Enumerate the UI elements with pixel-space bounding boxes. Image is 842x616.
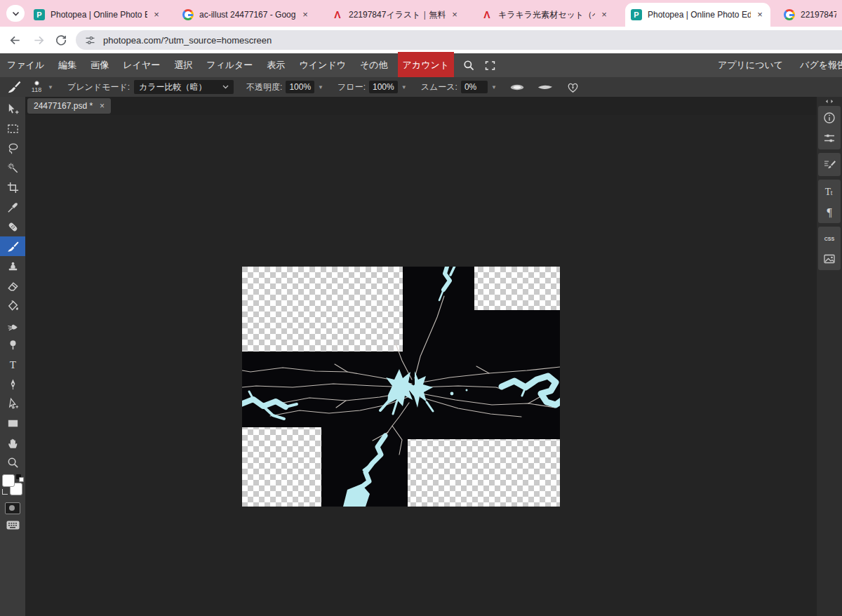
tool-options-bar: 118 ▼ ブレンドモード: カラー比較（暗） 不透明度: 100% ▼ フロー… bbox=[0, 77, 842, 97]
tab-close-icon[interactable]: × bbox=[450, 10, 460, 20]
menu-item-8[interactable]: ウインドウ bbox=[292, 53, 353, 77]
move-tool-icon[interactable] bbox=[0, 99, 25, 119]
eyedropper-tool-icon[interactable] bbox=[0, 197, 25, 217]
image-panel-icon[interactable] bbox=[818, 248, 841, 269]
brush-tool-icon[interactable] bbox=[0, 236, 25, 256]
brush-tool-icon bbox=[6, 79, 22, 95]
menu-item-7[interactable]: 表示 bbox=[260, 53, 292, 77]
tab-close-icon[interactable]: × bbox=[152, 10, 161, 20]
rect-shape-tool-icon[interactable] bbox=[0, 413, 25, 433]
opacity-label: 不透明度: bbox=[246, 81, 282, 93]
tab-title: 22197847イラスト｜無料イラスト･ bbox=[349, 9, 446, 21]
stamp-tool-icon[interactable] bbox=[0, 256, 25, 276]
healing-tool-icon[interactable] bbox=[0, 217, 25, 236]
dodge-tool-icon[interactable] bbox=[0, 335, 25, 354]
browser-tab-1[interactable]: PPhotopea | Online Photo Editor× bbox=[28, 3, 167, 27]
brush-preview-dropdown-arrow[interactable]: ▼ bbox=[46, 84, 55, 91]
airbrush-toggle-icon[interactable] bbox=[508, 81, 526, 93]
menu-right-item-2[interactable]: バグを報告 bbox=[791, 53, 842, 77]
browser-address-bar: photopea.com/?utm_source=homescreen bbox=[0, 27, 842, 53]
document-tab-title: 24477167.psd * bbox=[34, 101, 93, 111]
type-tool-icon[interactable]: T bbox=[0, 354, 25, 374]
tab-separator bbox=[467, 8, 468, 19]
opacity-dropdown-arrow[interactable]: ▼ bbox=[316, 84, 325, 91]
character-panel-icon[interactable]: Tt bbox=[818, 181, 841, 201]
smooth-dropdown-arrow[interactable]: ▼ bbox=[490, 84, 498, 91]
adjustments-panel-icon[interactable] bbox=[818, 128, 841, 148]
keyboard-shortcuts-icon[interactable] bbox=[6, 520, 20, 533]
menu-right-items: アプリについてバグを報告 bbox=[709, 53, 842, 77]
support-heart-icon[interactable] bbox=[564, 81, 582, 93]
forward-button[interactable] bbox=[31, 32, 46, 48]
tab-close-icon[interactable]: × bbox=[755, 10, 765, 20]
wand-tool-icon[interactable] bbox=[0, 158, 25, 178]
acillust-favicon: Λ bbox=[481, 9, 493, 20]
pen-tool-icon[interactable] bbox=[0, 374, 25, 394]
tab-close-icon[interactable]: × bbox=[599, 10, 609, 20]
browser-tab-5[interactable]: PPhotopea | Online Photo Editor× bbox=[625, 3, 770, 27]
path-select-tool-icon[interactable] bbox=[0, 394, 25, 413]
brush-preview[interactable]: 118 bbox=[29, 78, 44, 96]
browser-tab-6[interactable]: 22197847 - G bbox=[778, 3, 842, 27]
browser-tab-4[interactable]: Λキラキラ光素材セット（ベクター）イ× bbox=[476, 3, 615, 27]
pressure-taper-toggle-icon[interactable] bbox=[536, 81, 554, 93]
url-input[interactable]: photopea.com/?utm_source=homescreen bbox=[76, 30, 842, 50]
flow-dropdown-arrow[interactable]: ▼ bbox=[400, 84, 408, 91]
svg-text:CSS: CSS bbox=[824, 236, 835, 241]
default-colors-icon-2 bbox=[19, 477, 24, 482]
eraser-tool-icon[interactable] bbox=[0, 276, 25, 295]
lasso-tool-icon[interactable] bbox=[0, 138, 25, 158]
bucket-tool-icon[interactable] bbox=[0, 295, 25, 315]
color-swatches[interactable] bbox=[2, 474, 23, 497]
zoom-tool-icon[interactable] bbox=[0, 453, 25, 472]
svg-text:¶: ¶ bbox=[827, 206, 832, 217]
back-button[interactable] bbox=[7, 32, 22, 48]
menu-right-item-1[interactable]: アプリについて bbox=[709, 53, 791, 77]
menu-item-2[interactable]: 編集 bbox=[51, 53, 83, 77]
marquee-tool-icon[interactable] bbox=[0, 119, 25, 138]
opacity-input[interactable]: 100% bbox=[286, 81, 314, 93]
quick-mask-button[interactable] bbox=[5, 502, 20, 514]
crop-tool-icon[interactable] bbox=[0, 178, 25, 197]
smooth-input[interactable]: 0% bbox=[461, 81, 488, 93]
menu-item-4[interactable]: レイヤー bbox=[116, 53, 167, 77]
search-icon[interactable] bbox=[461, 58, 476, 73]
document-tabstrip: 24477167.psd * × bbox=[25, 97, 817, 115]
paragraph-panel-icon[interactable]: ¶ bbox=[818, 201, 841, 222]
site-settings-icon[interactable] bbox=[84, 34, 96, 46]
google-favicon bbox=[784, 9, 795, 20]
smudge-tool-icon[interactable] bbox=[0, 315, 25, 335]
panel-collapse-icon[interactable] bbox=[817, 97, 842, 106]
flow-input[interactable]: 100% bbox=[369, 81, 398, 93]
blend-mode-label: ブレンドモード: bbox=[67, 81, 130, 93]
hand-tool-icon[interactable] bbox=[0, 433, 25, 453]
tab-title: ac-illust 24477167 - Google 検 bbox=[199, 9, 296, 21]
panel-group bbox=[818, 153, 841, 176]
flow-label: フロー: bbox=[338, 81, 366, 93]
menu-account[interactable]: アカウント bbox=[398, 52, 455, 79]
browser-tab-2[interactable]: ac-illust 24477167 - Google 検× bbox=[177, 3, 316, 27]
foreground-color-swatch[interactable] bbox=[2, 474, 15, 487]
info-panel-icon[interactable] bbox=[818, 107, 841, 128]
document-tab[interactable]: 24477167.psd * × bbox=[27, 98, 111, 114]
css-panel-icon[interactable]: CSS bbox=[818, 228, 841, 248]
brush-settings-panel-icon[interactable] bbox=[818, 154, 841, 175]
browser-tab-3[interactable]: Λ22197847イラスト｜無料イラスト･× bbox=[326, 3, 465, 27]
tab-title: Photopea | Online Photo Editor bbox=[648, 10, 751, 20]
menu-item-3[interactable]: 画像 bbox=[83, 53, 116, 77]
fullscreen-icon[interactable] bbox=[482, 58, 497, 73]
tab-separator bbox=[318, 8, 319, 19]
tab-close-icon[interactable]: × bbox=[300, 10, 310, 20]
blend-mode-select[interactable]: カラー比較（暗） bbox=[134, 80, 234, 94]
url-text: photopea.com/?utm_source=homescreen bbox=[103, 35, 272, 46]
menu-item-9[interactable]: その他 bbox=[353, 53, 395, 77]
swap-colors-icon[interactable] bbox=[2, 489, 8, 495]
menu-item-6[interactable]: フィルター bbox=[199, 53, 260, 77]
document-close-icon[interactable]: × bbox=[100, 101, 105, 111]
reload-button[interactable] bbox=[53, 32, 69, 48]
tab-search-chevron-icon[interactable] bbox=[6, 5, 25, 22]
menu-item-5[interactable]: 選択 bbox=[167, 53, 199, 77]
canvas-document[interactable] bbox=[242, 267, 560, 507]
blend-mode-value: カラー比較（暗） bbox=[139, 81, 207, 93]
menu-item-1[interactable]: ファイル bbox=[0, 53, 51, 77]
